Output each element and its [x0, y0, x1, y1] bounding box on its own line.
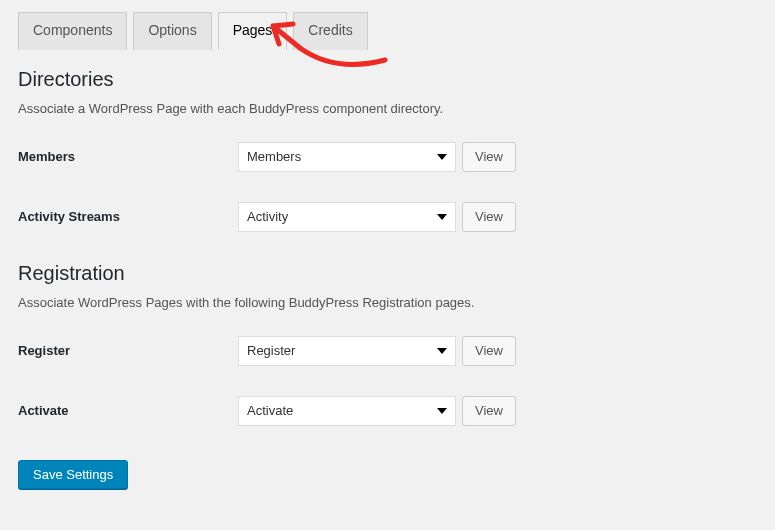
select-activity[interactable]: Activity	[238, 202, 456, 232]
view-register-button[interactable]: View	[462, 336, 516, 366]
row-activity-streams: Activity Streams Activity View	[18, 202, 757, 232]
label-register: Register	[18, 343, 238, 358]
view-members-button[interactable]: View	[462, 142, 516, 172]
label-activity-streams: Activity Streams	[18, 209, 238, 224]
tab-components[interactable]: Components	[18, 12, 127, 50]
registration-heading: Registration	[18, 262, 757, 285]
settings-tabs: Components Options Pages Credits	[18, 12, 757, 50]
row-members: Members Members View	[18, 142, 757, 172]
row-register: Register Register View	[18, 336, 757, 366]
tab-credits[interactable]: Credits	[293, 12, 367, 50]
registration-description: Associate WordPress Pages with the follo…	[18, 295, 757, 310]
tab-options[interactable]: Options	[133, 12, 211, 50]
view-activity-button[interactable]: View	[462, 202, 516, 232]
save-settings-button[interactable]: Save Settings	[18, 460, 128, 489]
tab-pages[interactable]: Pages	[218, 12, 288, 50]
directories-heading: Directories	[18, 68, 757, 91]
select-register[interactable]: Register	[238, 336, 456, 366]
label-members: Members	[18, 149, 238, 164]
select-members[interactable]: Members	[238, 142, 456, 172]
view-activate-button[interactable]: View	[462, 396, 516, 426]
row-activate: Activate Activate View	[18, 396, 757, 426]
label-activate: Activate	[18, 403, 238, 418]
directories-description: Associate a WordPress Page with each Bud…	[18, 101, 757, 116]
select-activate[interactable]: Activate	[238, 396, 456, 426]
